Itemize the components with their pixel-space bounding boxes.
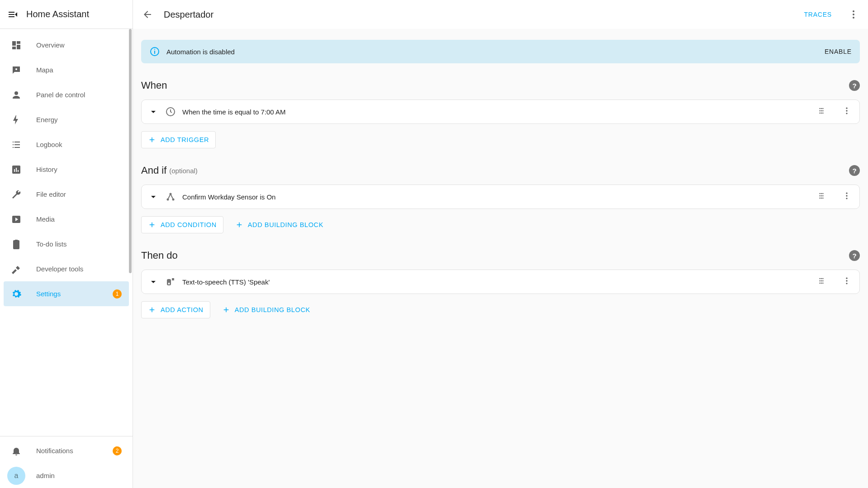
svg-point-21 bbox=[822, 113, 824, 114]
section-title: Then do bbox=[141, 250, 178, 261]
add-condition-button[interactable]: ADD CONDITION bbox=[141, 216, 223, 233]
drag-handle-icon[interactable] bbox=[817, 106, 828, 117]
trigger-label: When the time is equal to 7:00 AM bbox=[182, 108, 802, 116]
sidebar-item-developer[interactable]: Developer tools bbox=[4, 256, 129, 281]
plus-icon bbox=[222, 306, 230, 314]
add-action-button[interactable]: ADD ACTION bbox=[141, 301, 210, 318]
help-icon[interactable]: ? bbox=[849, 165, 860, 176]
add-building-block-button[interactable]: ADD BUILDING BLOCK bbox=[229, 216, 330, 233]
badge: 2 bbox=[113, 446, 122, 455]
sidebar-item-todo[interactable]: To-do lists bbox=[4, 232, 129, 256]
chevron-down-icon[interactable] bbox=[148, 106, 159, 117]
svg-point-0 bbox=[15, 68, 17, 70]
sidebar-item-panel[interactable]: Panel de control bbox=[4, 82, 129, 107]
hammer-icon bbox=[11, 264, 22, 275]
svg-point-8 bbox=[853, 17, 854, 19]
traces-link[interactable]: TRACES bbox=[804, 11, 832, 18]
scrollbar[interactable] bbox=[128, 29, 132, 436]
sidebar-item-energy[interactable]: Energy bbox=[4, 107, 129, 132]
sidebar-item-label: Logbook bbox=[36, 141, 122, 148]
sidebar-item-notifications[interactable]: Notifications 2 bbox=[4, 438, 129, 463]
help-icon[interactable]: ? bbox=[849, 250, 860, 261]
bell-icon bbox=[11, 445, 22, 456]
more-icon[interactable] bbox=[848, 9, 859, 20]
banner-text: Automation is disabled bbox=[166, 48, 818, 56]
clock-icon bbox=[165, 106, 176, 117]
svg-point-19 bbox=[819, 113, 821, 114]
sidebar-item-label: Mapa bbox=[36, 66, 122, 74]
svg-point-43 bbox=[821, 278, 822, 280]
svg-point-31 bbox=[819, 195, 821, 197]
svg-point-14 bbox=[821, 108, 822, 109]
enable-button[interactable]: ENABLE bbox=[825, 48, 852, 55]
button-label: ADD BUILDING BLOCK bbox=[248, 221, 323, 228]
button-label: ADD TRIGGER bbox=[161, 136, 209, 143]
svg-point-39 bbox=[846, 198, 847, 199]
tts-icon bbox=[165, 276, 176, 287]
drag-handle-icon[interactable] bbox=[817, 191, 828, 202]
more-icon[interactable] bbox=[842, 276, 853, 287]
action-label: Text-to-speech (TTS) 'Speak' bbox=[182, 278, 802, 286]
sidebar: Home Assistant Overview Mapa Panel de co… bbox=[0, 0, 133, 488]
svg-point-7 bbox=[853, 14, 854, 15]
sidebar-item-logbook[interactable]: Logbook bbox=[4, 132, 129, 157]
button-label: ADD BUILDING BLOCK bbox=[235, 306, 310, 313]
chevron-down-icon[interactable] bbox=[148, 191, 159, 202]
sidebar-item-media[interactable]: Media bbox=[4, 207, 129, 232]
svg-point-36 bbox=[822, 198, 824, 199]
more-icon[interactable] bbox=[842, 106, 853, 117]
svg-point-46 bbox=[821, 280, 822, 282]
section-title: When bbox=[141, 80, 167, 91]
sidebar-item-history[interactable]: History bbox=[4, 157, 129, 182]
page-title: Despertador bbox=[164, 9, 793, 20]
section-header: And if (optional) ? bbox=[141, 165, 860, 176]
clipboard-icon bbox=[11, 239, 22, 250]
sidebar-nav: Overview Mapa Panel de control Energy Lo… bbox=[0, 29, 133, 436]
sidebar-item-settings[interactable]: Settings 1 bbox=[4, 281, 129, 306]
svg-point-50 bbox=[822, 283, 824, 284]
add-trigger-button[interactable]: ADD TRIGGER bbox=[141, 131, 216, 148]
sidebar-item-label: Overview bbox=[36, 41, 122, 49]
svg-point-37 bbox=[846, 193, 847, 194]
svg-rect-2 bbox=[14, 169, 15, 172]
menu-collapse-icon[interactable] bbox=[7, 9, 18, 20]
sidebar-item-label: Developer tools bbox=[36, 265, 122, 273]
avatar: a bbox=[7, 467, 25, 485]
svg-point-16 bbox=[819, 110, 821, 112]
back-icon[interactable] bbox=[142, 9, 153, 20]
main: Despertador TRACES Automation is disable… bbox=[133, 0, 868, 488]
svg-point-6 bbox=[853, 10, 854, 12]
svg-rect-3 bbox=[16, 168, 17, 172]
plus-icon bbox=[235, 221, 243, 229]
person-icon bbox=[11, 90, 22, 100]
sidebar-item-label: History bbox=[36, 166, 122, 173]
svg-point-53 bbox=[846, 283, 847, 284]
help-icon[interactable]: ? bbox=[849, 80, 860, 91]
section-header: When ? bbox=[141, 80, 860, 91]
sidebar-footer: Notifications 2 a admin bbox=[0, 436, 133, 488]
section-when: When ? When the time is equal to 7:00 AM… bbox=[141, 80, 860, 148]
button-row: ADD CONDITION ADD BUILDING BLOCK bbox=[141, 216, 860, 233]
sidebar-item-label: Media bbox=[36, 215, 122, 223]
sidebar-item-user[interactable]: a admin bbox=[4, 463, 129, 488]
svg-point-15 bbox=[822, 108, 824, 109]
svg-rect-4 bbox=[18, 170, 19, 172]
drag-handle-icon[interactable] bbox=[817, 276, 828, 287]
sidebar-item-file-editor[interactable]: File editor bbox=[4, 182, 129, 207]
svg-point-17 bbox=[821, 110, 822, 112]
info-banner: Automation is disabled ENABLE bbox=[141, 40, 860, 63]
sidebar-item-overview[interactable]: Overview bbox=[4, 33, 129, 57]
svg-point-51 bbox=[846, 278, 847, 279]
sidebar-item-label: Notifications bbox=[36, 447, 98, 455]
chevron-down-icon[interactable] bbox=[148, 276, 159, 287]
section-andif: And if (optional) ? Confirm Workday Sens… bbox=[141, 165, 860, 233]
add-building-block-button[interactable]: ADD BUILDING BLOCK bbox=[216, 301, 317, 318]
more-icon[interactable] bbox=[842, 191, 853, 202]
gear-icon bbox=[11, 289, 22, 299]
svg-point-42 bbox=[819, 278, 821, 280]
section-optional: (optional) bbox=[169, 167, 198, 175]
section-title: And if bbox=[141, 165, 166, 176]
condition-card: Confirm Workday Sensor is On bbox=[141, 185, 860, 209]
app-title: Home Assistant bbox=[26, 9, 89, 19]
sidebar-item-mapa[interactable]: Mapa bbox=[4, 57, 129, 82]
